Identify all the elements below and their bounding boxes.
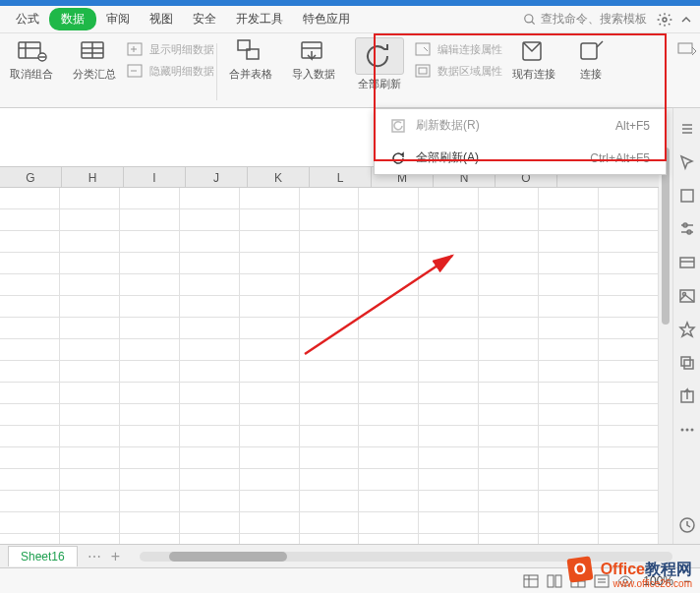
svg-rect-34 — [681, 190, 693, 202]
svg-point-48 — [685, 429, 688, 432]
cursor-icon[interactable] — [678, 153, 696, 171]
adjust-icon[interactable] — [678, 220, 696, 238]
collapse-panel-icon[interactable] — [678, 120, 696, 138]
watermark-brand1: Office — [601, 561, 645, 577]
tab-more-icon[interactable]: ⋯ — [88, 549, 101, 564]
col-header[interactable]: L — [310, 167, 372, 187]
tab-developer[interactable]: 开发工具 — [226, 8, 293, 30]
ribbon-toolbar: 取消组合 分类汇总 显示明细数据 隐藏明细数据 合并表格 导入数据 全部刷新 编… — [0, 33, 700, 108]
show-detail-icon — [126, 41, 146, 57]
svg-marker-43 — [680, 323, 694, 336]
side-panel — [672, 108, 700, 544]
tab-review[interactable]: 审阅 — [96, 8, 140, 30]
properties-icon[interactable] — [678, 254, 696, 271]
tab-view[interactable]: 视图 — [140, 8, 183, 30]
refresh-all-menu-label: 全部刷新(A) — [416, 149, 479, 166]
edit-conn-label: 编辑连接属性 — [438, 42, 502, 57]
horizontal-scrollbar-thumb[interactable] — [169, 552, 287, 562]
col-header[interactable]: I — [124, 167, 186, 187]
view-normal-icon[interactable] — [523, 574, 539, 588]
merge-table-icon — [235, 37, 266, 65]
refresh-all-button[interactable]: 全部刷新 — [345, 37, 414, 91]
refresh-data-icon — [390, 118, 406, 134]
ribbon-tabs: 公式 数据 审阅 视图 安全 开发工具 特色应用 查找命令、搜索模板 — [0, 6, 700, 33]
history-icon[interactable] — [678, 516, 696, 534]
minimize-ribbon-icon[interactable] — [678, 12, 694, 28]
subtotal-label: 分类汇总 — [73, 67, 116, 82]
existing-conn-icon — [518, 37, 550, 65]
star-icon[interactable] — [678, 321, 696, 338]
subtotal-icon — [79, 37, 110, 65]
tab-data[interactable]: 数据 — [49, 8, 96, 30]
existing-conn-button[interactable]: 现有连接 — [502, 37, 565, 82]
col-header[interactable]: J — [186, 167, 248, 187]
watermark-badge-icon: O — [567, 556, 594, 582]
subtotal-button[interactable]: 分类汇总 — [63, 37, 126, 82]
svg-rect-51 — [524, 575, 538, 587]
merge-table-label: 合并表格 — [229, 67, 272, 82]
connect-icon — [575, 37, 607, 65]
svg-rect-21 — [416, 43, 430, 55]
data-range-icon — [414, 63, 434, 79]
image-icon[interactable] — [678, 287, 696, 305]
share-icon[interactable] — [678, 387, 696, 405]
menubar-extras — [657, 12, 694, 28]
connect-button[interactable]: 连接 — [565, 37, 616, 82]
svg-rect-44 — [681, 357, 690, 366]
ungroup-button[interactable]: 取消组合 — [0, 37, 63, 82]
col-header[interactable]: H — [62, 167, 124, 187]
tab-add-button[interactable]: + — [111, 548, 120, 565]
col-header[interactable]: G — [0, 167, 62, 187]
svg-rect-39 — [680, 258, 694, 267]
search-placeholder: 查找命令、搜索模板 — [541, 11, 647, 28]
col-header[interactable]: K — [248, 167, 310, 187]
show-detail-label: 显示明细数据 — [149, 42, 214, 57]
hide-detail-button: 隐藏明细数据 — [126, 63, 214, 79]
ungroup-label: 取消组合 — [10, 67, 53, 82]
spreadsheet-grid[interactable]: document.write(Array.from({length:18},()… — [0, 188, 659, 544]
detail-group: 显示明细数据 隐藏明细数据 — [126, 37, 214, 79]
sheet-tab-active[interactable]: Sheet16 — [8, 546, 78, 566]
edit-conn-button: 编辑连接属性 — [414, 41, 502, 57]
search-icon — [523, 13, 537, 27]
svg-point-47 — [680, 429, 683, 432]
refresh-data-label: 刷新数据(R) — [416, 117, 480, 134]
merge-table-button[interactable]: 合并表格 — [219, 37, 282, 82]
hide-detail-icon — [126, 63, 146, 79]
import-data-icon — [298, 37, 329, 65]
refresh-all-icon — [364, 42, 395, 70]
import-data-button[interactable]: 导入数据 — [282, 37, 345, 82]
svg-point-0 — [525, 14, 533, 22]
existing-conn-label: 现有连接 — [512, 67, 555, 82]
svg-rect-54 — [548, 575, 554, 587]
tab-security[interactable]: 安全 — [183, 8, 226, 30]
connection-group: 编辑连接属性 数据区域属性 — [414, 37, 502, 79]
svg-rect-3 — [19, 42, 40, 58]
settings-icon[interactable] — [657, 12, 672, 28]
import-data-label: 导入数据 — [292, 67, 335, 82]
connect-label: 连接 — [580, 67, 602, 82]
svg-rect-27 — [678, 43, 692, 53]
search-box[interactable]: 查找命令、搜索模板 — [523, 11, 647, 28]
watermark: O Office教程网 www.office26.com — [568, 558, 692, 589]
tab-formula[interactable]: 公式 — [6, 8, 49, 30]
view-page-icon[interactable] — [547, 574, 562, 588]
more-panel-icon[interactable] — [678, 421, 696, 439]
refresh-all-label: 全部刷新 — [358, 77, 401, 91]
ribbon-collapse-icon[interactable] — [676, 41, 696, 57]
select-icon[interactable] — [678, 187, 696, 205]
dropdown-item-refresh-data: 刷新数据(R) Alt+F5 — [375, 109, 666, 142]
watermark-brand2: 教程网 — [645, 561, 692, 577]
refresh-all-shortcut: Ctrl+Alt+F5 — [590, 151, 650, 165]
dropdown-item-refresh-all[interactable]: 全部刷新(A) Ctrl+Alt+F5 — [375, 142, 666, 174]
svg-rect-45 — [684, 360, 693, 369]
refresh-dropdown: 刷新数据(R) Alt+F5 全部刷新(A) Ctrl+Alt+F5 — [374, 108, 667, 175]
svg-rect-22 — [416, 65, 430, 77]
svg-rect-23 — [419, 68, 427, 74]
svg-point-49 — [690, 429, 693, 432]
layers-icon[interactable] — [678, 354, 696, 372]
svg-line-1 — [532, 21, 535, 24]
show-detail-button: 显示明细数据 — [126, 41, 214, 57]
refresh-data-shortcut: Alt+F5 — [615, 119, 650, 133]
tab-special[interactable]: 特色应用 — [293, 8, 360, 30]
